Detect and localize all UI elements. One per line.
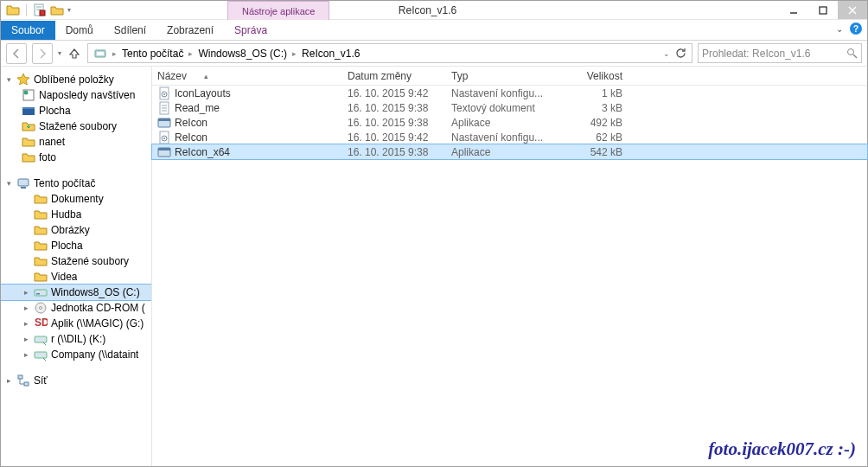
column-header-date[interactable]: Datum změny [342,70,446,82]
caret-icon[interactable]: ▾ [4,75,13,84]
breadcrumb-item[interactable]: Tento počítač [118,44,187,62]
address-dropdown-icon[interactable]: ⌄ [663,49,670,58]
file-type: Nastavení konfigu... [446,87,558,99]
tree-item[interactable]: ▸r (\\DIL) (K:) [1,331,151,347]
folder-icon [22,135,35,149]
ribbon-tab-manage[interactable]: Správa [224,21,278,40]
caret-icon[interactable]: ▸ [22,304,30,312]
svg-rect-19 [36,293,40,295]
caret-icon[interactable]: ▾ [4,179,13,188]
file-type: Aplikace [446,146,558,158]
file-name: ReIcon [175,131,207,144]
file-icon [157,131,171,144]
file-name: Read_me [175,102,220,114]
breadcrumb-item[interactable]: ReIcon_v1.6 [298,44,363,62]
chevron-right-icon[interactable]: ▸ [111,49,118,58]
help-icon[interactable]: ? [850,22,862,35]
breadcrumb[interactable]: ▸ Tento počítač ▸ Windows8_OS (C:) ▸ ReI… [87,43,692,63]
properties-icon[interactable] [33,3,47,17]
tree-item[interactable]: Stažené soubory [1,118,151,134]
svg-rect-9 [97,52,104,55]
file-size: 492 kB [558,117,628,129]
tree-item[interactable]: ▸Windows8_OS (C:) [1,285,151,300]
tree-item[interactable]: foto [1,150,151,165]
close-button[interactable] [838,1,867,19]
tree-item[interactable]: ▸Company (\\dataint [1,347,151,362]
file-row[interactable]: ReIcon_x6416. 10. 2015 9:38Aplikace542 k… [152,144,867,159]
svg-text:SD: SD [35,317,48,329]
caret-icon[interactable]: ▸ [4,376,13,385]
svg-rect-14 [22,109,35,115]
column-header-size[interactable]: Velikost [558,70,628,82]
column-header-type[interactable]: Typ [446,70,558,82]
search-input[interactable]: Prohledat: ReIcon_v1.6 [698,43,862,63]
nav-forward-button[interactable] [32,43,53,64]
chevron-right-icon[interactable]: ▸ [290,49,298,58]
tree-item[interactable]: ▸SDAplik (\\MAGIC) (G:) [1,316,151,331]
svg-rect-16 [18,179,29,186]
ribbon-tab-share[interactable]: Sdílení [104,21,156,40]
minimize-button[interactable] [779,1,808,19]
ribbon-tab-view[interactable]: Zobrazení [156,21,224,40]
ribbon-tab-file[interactable]: Soubor [1,21,55,40]
file-row[interactable]: ReIcon16. 10. 2015 9:38Aplikace492 kB [152,115,867,130]
tree-item[interactable]: Stažené soubory [1,253,151,269]
recent-locations-dropdown[interactable]: ▾ [58,49,61,57]
file-size: 542 kB [558,146,628,158]
file-size: 1 kB [558,87,628,99]
tree-item[interactable]: Plocha [1,103,151,118]
caret-icon[interactable]: ▸ [22,335,30,343]
chevron-right-icon[interactable]: ▸ [187,49,195,58]
tree-favorites[interactable]: ▾ Oblíbené položky [1,72,151,87]
ribbon-tab-home[interactable]: Domů [55,21,104,40]
file-date: 16. 10. 2015 9:38 [342,117,446,129]
sort-asc-icon: ▴ [204,72,208,80]
caret-icon[interactable]: ▸ [22,350,30,359]
drive-icon [34,285,48,299]
refresh-icon[interactable] [675,48,686,59]
nav-back-button[interactable] [6,43,27,64]
title-bar: ▾ Nástroje aplikace ReIcon_v1.6 [1,1,867,20]
breadcrumb-root-icon[interactable] [90,44,111,62]
tree-network[interactable]: ▸ Síť [1,373,151,388]
drive-icon [34,239,48,253]
file-size: 3 kB [558,102,628,114]
svg-point-31 [163,93,165,95]
file-icon [157,116,171,130]
file-date: 16. 10. 2015 9:38 [342,102,446,114]
search-icon [846,48,858,59]
tree-item[interactable]: ▸Jednotka CD-ROM ( [1,300,151,316]
breadcrumb-item[interactable]: Windows8_OS (C:) [195,44,290,62]
caret-icon[interactable]: ▸ [22,288,30,297]
file-date: 16. 10. 2015 9:42 [342,131,446,144]
tree-item[interactable]: Obrázky [1,222,151,238]
tree-computer[interactable]: ▾ Tento počítač [1,176,151,191]
caret-icon[interactable]: ▸ [22,319,30,328]
ribbon-tabs: Soubor Domů Sdílení Zobrazení Správa ⌄ ? [1,20,867,41]
drive-icon [34,348,48,361]
file-row[interactable]: IconLayouts16. 10. 2015 9:42Nastavení ko… [152,86,867,100]
column-header-name[interactable]: Název▴ [152,70,342,82]
quick-access-toolbar: ▾ [1,1,76,19]
drive-icon [34,254,48,268]
tree-item[interactable]: Hudba [1,207,151,222]
tree-item[interactable]: Plocha [1,238,151,253]
new-folder-icon[interactable] [50,3,64,17]
file-row[interactable]: Read_me16. 10. 2015 9:38Textový dokument… [152,100,867,115]
tree-item[interactable]: Videa [1,269,151,285]
svg-point-13 [24,91,29,95]
svg-line-11 [853,54,857,58]
tree-item[interactable]: nanet [1,134,151,150]
file-name: ReIcon_x64 [175,146,230,158]
file-type: Textový dokument [446,102,558,114]
qat-dropdown-icon[interactable]: ▾ [67,6,71,14]
nav-up-button[interactable] [67,46,82,61]
folder-icon [22,150,35,164]
file-row[interactable]: ReIcon16. 10. 2015 9:42Nastavení konfigu… [152,130,867,144]
svg-point-21 [40,307,42,310]
tree-item[interactable]: Naposledy navštíven [1,87,151,103]
star-icon [16,73,30,86]
ribbon-expand-icon[interactable]: ⌄ [836,24,843,34]
tree-item[interactable]: Dokumenty [1,191,151,207]
maximize-button[interactable] [808,1,838,19]
